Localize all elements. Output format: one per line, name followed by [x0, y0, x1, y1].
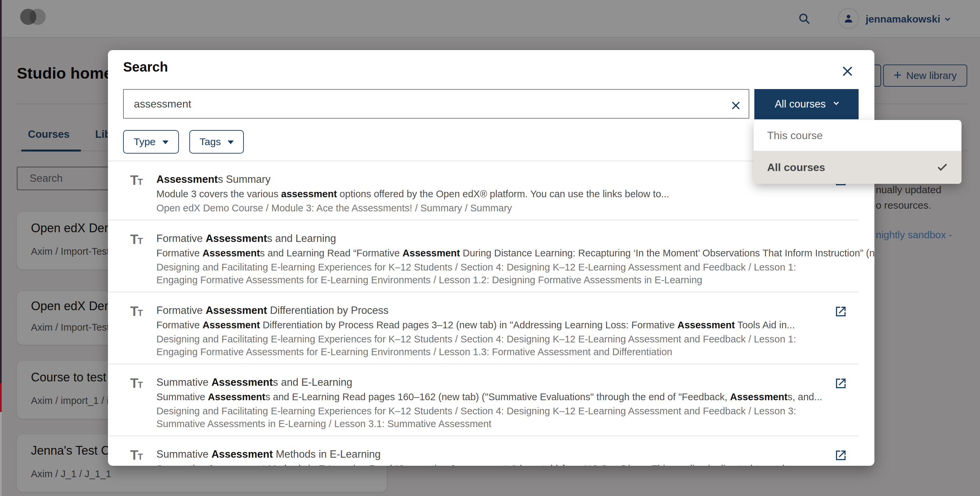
caret-down-icon [228, 141, 234, 144]
text-block-icon: TT [130, 376, 142, 391]
result-title: Formative Assessment Differentiation by … [156, 303, 818, 318]
result-description: Summative Assessment Methods in E-Learni… [156, 462, 818, 466]
open-in-new-icon[interactable] [834, 305, 847, 318]
open-in-new-icon[interactable] [834, 449, 847, 462]
search-results-list: TT Assessments Summary Module 3 covers t… [108, 161, 859, 466]
edge-strip-top [0, 0, 2, 383]
menu-item-this-course[interactable]: This course [754, 120, 961, 151]
search-result-row[interactable]: TT Assessments Summary Module 3 covers t… [108, 161, 859, 220]
result-description: Formative Assessment Differentiation by … [156, 318, 818, 332]
scope-dropdown-menu: This course All courses [754, 120, 961, 184]
scope-dropdown-button[interactable]: All courses [754, 89, 859, 119]
search-result-row[interactable]: TT Formative Assessments and Learning Fo… [108, 220, 859, 292]
text-block-icon: TT [130, 232, 142, 247]
screen: jennamakowski Studio home Courses Librar… [0, 0, 980, 496]
menu-item-label: This course [767, 129, 822, 142]
tags-filter-label: Tags [199, 136, 221, 147]
search-result-row[interactable]: TT Formative Assessment Differentiation … [108, 292, 859, 364]
result-title: Summative Assessments and E-Learning [156, 375, 818, 390]
result-breadcrumb: Designing and Facilitating E-learning Ex… [156, 333, 818, 358]
menu-item-label: All courses [767, 161, 825, 174]
clear-search-icon[interactable] [731, 101, 741, 110]
result-description: Formative Assessments and Learning Read … [156, 246, 818, 260]
edge-strip-red [0, 383, 2, 412]
open-in-new-icon[interactable] [834, 377, 847, 390]
chevron-down-icon [834, 100, 839, 105]
result-title: Assessments Summary [156, 172, 818, 187]
tags-filter-button[interactable]: Tags [189, 130, 244, 154]
type-filter-label: Type [134, 136, 155, 147]
window-edge-strip [0, 0, 2, 496]
text-block-icon: TT [130, 173, 142, 188]
result-description: Module 3 covers the various assessment o… [156, 187, 818, 201]
search-result-row[interactable]: TT Summative Assessments and E-Learning … [108, 364, 859, 436]
modal-search-input[interactable] [123, 89, 749, 119]
search-modal: Search All courses Type Tags TT Assessme… [108, 50, 874, 466]
result-title: Formative Assessments and Learning [156, 231, 818, 246]
result-title: Summative Assessment Methods in E-Learni… [156, 447, 818, 462]
scope-label: All courses [775, 98, 826, 110]
text-block-icon: TT [130, 448, 142, 463]
result-description: Summative Assessments and E-Learning Rea… [156, 390, 818, 404]
close-icon[interactable] [842, 65, 853, 77]
search-result-row[interactable]: TT Summative Assessment Methods in E-Lea… [108, 436, 859, 466]
edge-strip-bottom [0, 412, 2, 496]
text-block-icon: TT [130, 304, 142, 319]
result-breadcrumb: Open edX Demo Course / Module 3: Ace the… [156, 201, 818, 214]
modal-title: Search [123, 59, 168, 74]
type-filter-button[interactable]: Type [123, 130, 179, 154]
result-breadcrumb: Designing and Facilitating E-learning Ex… [156, 405, 818, 430]
result-breadcrumb: Designing and Facilitating E-learning Ex… [156, 261, 818, 286]
menu-item-all-courses[interactable]: All courses [754, 151, 961, 184]
caret-down-icon [162, 141, 169, 144]
checkmark-icon [938, 161, 947, 171]
